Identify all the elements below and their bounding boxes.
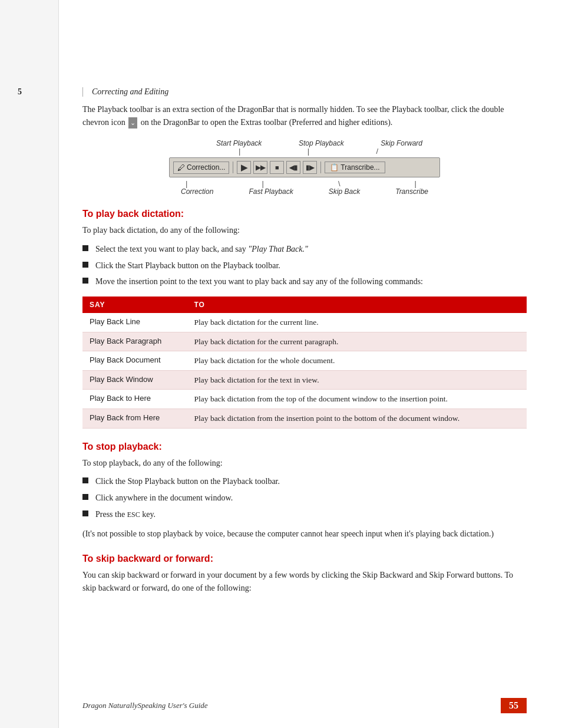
transcribe-button[interactable]: 📋 Transcribe... <box>325 162 385 173</box>
bullet-icon <box>82 245 88 251</box>
stop-intro: To stop playback, do any of the followin… <box>82 457 527 470</box>
table-row: Play Back DocumentPlay back dictation fo… <box>82 351 527 371</box>
page: 5 Correcting and Editing The Playback to… <box>0 0 562 728</box>
label-correction: Correction <box>181 187 213 196</box>
toolbar-bar: 🖊 Correction... ▶ ▶▶ ■ ◀▮ ▮▶ 📋 Transcrib… <box>169 157 440 177</box>
table-cell-to: Play back dictation from the insertion p… <box>187 409 527 428</box>
connector-top-1: | <box>239 147 240 155</box>
table-cell-say: Play Back to Here <box>82 390 187 409</box>
bullet-icon <box>82 477 88 483</box>
correction-label: Correction... <box>187 163 225 172</box>
transcribe-label: Transcribe... <box>340 163 379 172</box>
connector-top-3: / <box>376 147 378 155</box>
list-item: Click the Stop Playback button on the Pl… <box>82 475 527 488</box>
table-cell-to: Play back dictation for the text in view… <box>187 370 527 390</box>
label-stop-playback: Stop Playback <box>299 139 344 147</box>
playback-intro: To play back dictation, do any of the fo… <box>82 224 527 237</box>
table-header-row: SAY TO <box>82 297 527 313</box>
list-item: Click anywhere in the document window. <box>82 492 527 505</box>
connector-top-2: | <box>308 147 309 155</box>
bullet-icon <box>82 510 88 516</box>
col-to: TO <box>187 297 527 313</box>
footer-page-number: 55 <box>501 698 527 713</box>
table-cell-say: Play Back from Here <box>82 409 187 428</box>
list-item: Click the Start Playback button on the P… <box>82 259 527 272</box>
playback-bullets: Select the text you want to play back, a… <box>82 243 527 288</box>
table-cell-to: Play back dictation from the top of the … <box>187 390 527 409</box>
table-cell-to: Play back dictation for the current line… <box>187 313 527 332</box>
skip-back-button[interactable]: ◀▮ <box>286 161 300 174</box>
left-margin <box>0 0 59 728</box>
start-playback-button[interactable]: ▶ <box>237 161 251 174</box>
page-footer: Dragon NaturallySpeaking User's Guide 55 <box>0 698 562 713</box>
label-start-playback: Start Playback <box>216 139 262 147</box>
table-row: Play Back ParagraphPlay back dictation f… <box>82 332 527 351</box>
page-number-left: 5 <box>18 87 22 97</box>
label-fast-playback: Fast Playback <box>249 187 293 196</box>
table-cell-to: Play back dictation for the current para… <box>187 332 527 351</box>
command-table: SAY TO Play Back LinePlay back dictation… <box>82 297 527 428</box>
skip-intro: You can skip backward or forward in your… <box>82 569 527 594</box>
stop-bullets: Click the Stop Playback button on the Pl… <box>82 475 527 521</box>
col-say: SAY <box>82 297 187 313</box>
connector-bottom-2: | <box>262 180 263 187</box>
intro-paragraph: The Playback toolbar is an extra section… <box>82 103 527 129</box>
main-content: The Playback toolbar is an extra section… <box>82 103 527 647</box>
table-cell-to: Play back dictation for the whole docume… <box>187 351 527 371</box>
table-cell-say: Play Back Window <box>82 370 187 390</box>
label-skip-back: Skip Back <box>329 187 360 196</box>
footer-title: Dragon NaturallySpeaking User's Guide <box>82 701 208 710</box>
list-item: Select the text you want to play back, a… <box>82 243 527 256</box>
table-row: Play Back WindowPlay back dictation for … <box>82 370 527 390</box>
label-transcribe: Transcribe <box>395 187 428 196</box>
table-cell-say: Play Back Document <box>82 351 187 371</box>
chapter-label: Correcting and Editing <box>82 87 168 97</box>
skip-forward-button[interactable]: ▮▶ <box>303 161 317 174</box>
list-item: Move the insertion point to the text you… <box>82 275 527 288</box>
list-item: Press the ESC key. <box>82 508 527 521</box>
bullet-icon <box>82 278 88 284</box>
connector-bottom-3: \ <box>338 180 340 187</box>
connector-bottom-4: | <box>415 180 416 187</box>
table-cell-say: Play Back Line <box>82 313 187 332</box>
bullet-icon <box>82 262 88 268</box>
separator-1 <box>233 162 233 173</box>
fast-playback-button[interactable]: ▶▶ <box>253 161 267 174</box>
correction-button[interactable]: 🖊 Correction... <box>173 162 229 174</box>
section-heading-playback: To play back dictation: <box>82 209 527 219</box>
stop-note: (It's not possible to stop playback by v… <box>82 528 527 541</box>
label-skip-forward: Skip Forward <box>381 139 422 147</box>
bullet-icon <box>82 494 88 500</box>
section-heading-skip: To skip backward or forward: <box>82 554 527 564</box>
table-row: Play Back to HerePlay back dictation fro… <box>82 390 527 409</box>
correction-icon: 🖊 <box>177 163 185 172</box>
table-cell-say: Play Back Paragraph <box>82 332 187 351</box>
table-row: Play Back LinePlay back dictation for th… <box>82 313 527 332</box>
separator-2 <box>320 162 321 173</box>
stop-playback-button[interactable]: ■ <box>270 161 284 174</box>
transcribe-icon: 📋 <box>330 163 339 172</box>
section-heading-stop: To stop playback: <box>82 442 527 452</box>
connector-bottom-1: | <box>186 180 187 187</box>
chevron-icon: ⌄ <box>128 117 137 129</box>
table-row: Play Back from HerePlay back dictation f… <box>82 409 527 428</box>
toolbar-diagram: Start Playback Stop Playback Skip Forwar… <box>169 139 440 196</box>
